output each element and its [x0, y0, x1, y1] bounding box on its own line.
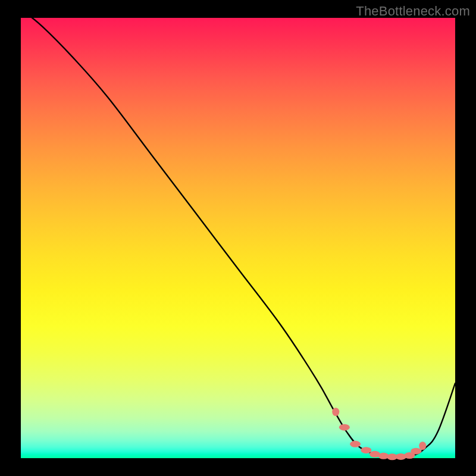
chart-container: TheBottleneck.com [0, 0, 476, 476]
marker-dot [339, 424, 350, 431]
bottleneck-curve [21, 9, 455, 457]
marker-dot [411, 448, 421, 455]
marker-dot [361, 447, 371, 453]
marker-dot [350, 441, 361, 447]
plot-area [21, 18, 455, 458]
watermark-text: TheBottleneck.com [356, 4, 470, 19]
optimal-markers [332, 408, 426, 460]
marker-dot [332, 408, 339, 416]
marker-dot [419, 441, 426, 450]
curve-svg [21, 18, 455, 458]
